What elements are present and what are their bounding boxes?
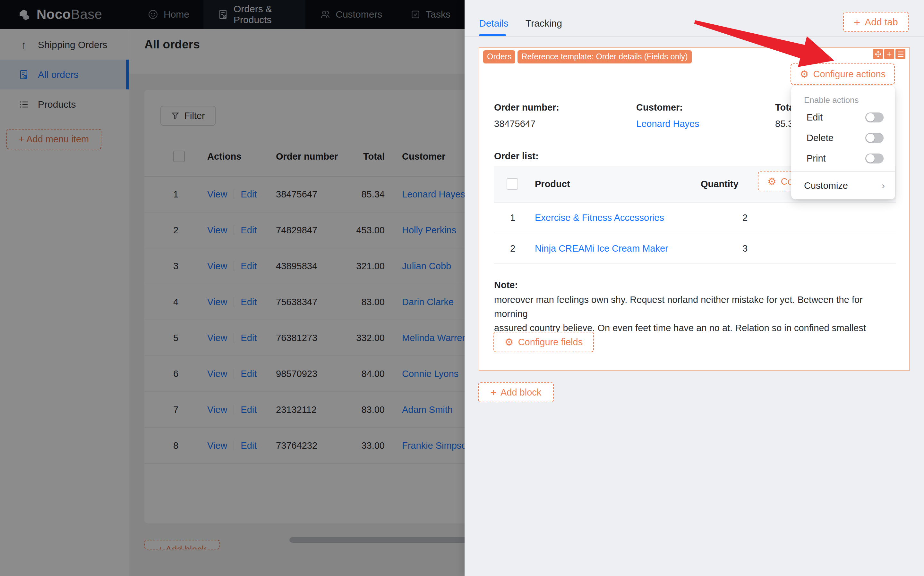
row-index: 2 (494, 243, 528, 254)
dropdown-item-delete[interactable]: Delete (791, 128, 895, 148)
configure-actions-label: Configure actions (813, 69, 886, 80)
order-list-label: Order list: (494, 151, 539, 162)
add-tab-button[interactable]: + Add tab (843, 12, 909, 32)
configure-fields-label: Configure fields (518, 337, 583, 347)
toggle-knob (866, 134, 874, 142)
dropdown-item-edit[interactable]: Edit (791, 107, 895, 128)
drag-icon[interactable] (873, 49, 883, 59)
plus-icon: + (491, 387, 497, 398)
field-label: Order number: (494, 102, 636, 113)
quantity-cell: 3 (694, 243, 896, 254)
block-toolbar: + (873, 49, 905, 59)
action-label: Print (807, 153, 826, 164)
drawer-mask[interactable] (0, 0, 465, 576)
quantity-cell: 2 (694, 213, 896, 223)
row-index: 1 (494, 213, 528, 223)
configure-fields-button[interactable]: ⚙ Configure fields (493, 332, 594, 352)
select-all-checkbox[interactable] (507, 178, 518, 190)
plus-icon: + (854, 17, 860, 27)
action-label: Delete (807, 133, 834, 143)
field-value: 38475647 (494, 118, 636, 129)
customize-label: Customize (804, 181, 848, 191)
field-label: Customer: (636, 102, 775, 113)
dropdown-divider (791, 171, 895, 172)
col-header-product: Product (528, 179, 694, 189)
drawer-tabs-bar: Details Tracking + Add tab (465, 0, 924, 37)
screen: NocoBase HomeOrders & ProductsCustomersT… (0, 0, 924, 576)
configure-actions-dropdown: Enable actions EditDeletePrint Customize… (791, 86, 895, 199)
toggle-knob (866, 113, 874, 122)
template-badge: Reference template: Order details (Field… (518, 50, 691, 64)
product-link[interactable]: Ninja CREAMi Ice Cream Maker (535, 243, 668, 254)
chevron-right-icon: › (882, 180, 885, 191)
field-value[interactable]: Leonard Hayes (636, 118, 775, 129)
order-list-row: 2Ninja CREAMi Ice Cream Maker3 (494, 234, 896, 264)
drawer-add-block-button[interactable]: + Add block (478, 382, 554, 402)
collection-badge: Orders (483, 50, 515, 64)
gear-icon: ⚙ (505, 337, 514, 347)
plus-icon[interactable]: + (884, 49, 894, 59)
tab-details[interactable]: Details (479, 18, 509, 29)
print-toggle[interactable] (865, 154, 884, 163)
tab-tracking[interactable]: Tracking (526, 18, 562, 29)
order-list-row: 1Exercise & Fitness Accessories2 (494, 203, 896, 234)
gear-icon: ⚙ (767, 177, 776, 187)
toggle-knob (866, 154, 874, 163)
drawer-add-block-label: Add block (500, 387, 541, 398)
menu-icon[interactable] (895, 49, 905, 59)
tab-ink-bar (479, 34, 506, 36)
dropdown-item-customize[interactable]: Customize › (791, 174, 895, 197)
block-badges: Orders Reference template: Order details… (483, 50, 692, 64)
configure-actions-button[interactable]: ⚙ Configure actions (791, 64, 895, 85)
note-label: Note: (494, 280, 518, 290)
edit-toggle[interactable] (865, 112, 884, 122)
dropdown-item-print[interactable]: Print (791, 148, 895, 169)
product-link[interactable]: Exercise & Fitness Accessories (535, 213, 664, 223)
delete-toggle[interactable] (865, 133, 884, 143)
field-customer-: Customer:Leonard Hayes (636, 102, 775, 129)
dropdown-group-label: Enable actions (791, 93, 895, 107)
action-label: Edit (807, 112, 823, 123)
gear-icon: ⚙ (800, 69, 809, 79)
add-tab-label: Add tab (865, 17, 898, 27)
field-order-number-: Order number:38475647 (494, 102, 636, 129)
